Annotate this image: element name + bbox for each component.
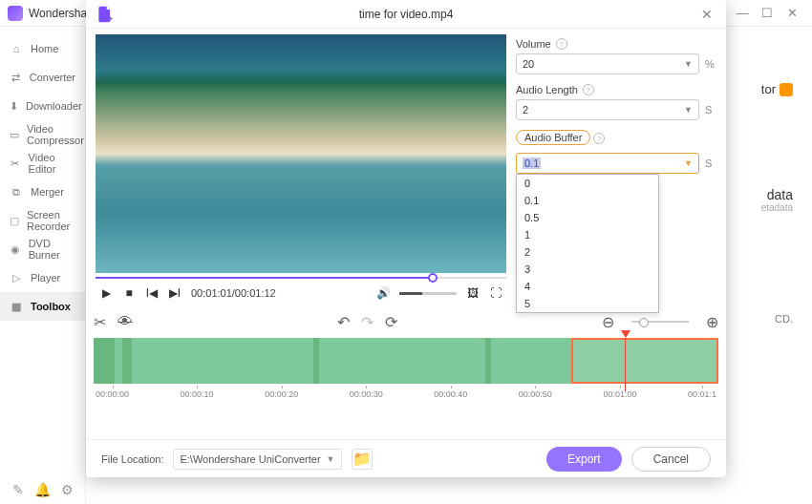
compress-icon: ▭ (10, 128, 19, 141)
volume-icon[interactable]: 🔊 (376, 286, 390, 300)
cut-icon[interactable]: ✂ (94, 313, 106, 331)
chevron-down-icon: ▼ (684, 158, 693, 168)
play-icon: ▷ (10, 271, 23, 284)
sidebar-item-home[interactable]: ⌂Home (0, 34, 85, 63)
background-text-data: dataetadata (761, 187, 793, 213)
modal-title: time for video.mp4 (115, 8, 697, 21)
prev-frame-button[interactable]: I◀ (145, 286, 159, 300)
sidebar-item-converter[interactable]: ⇄Converter (0, 63, 85, 92)
sidebar-item-label: Converter (30, 72, 75, 83)
sidebar-item-merger[interactable]: ⧉Merger (0, 178, 85, 206)
audio-buffer-select[interactable]: 0.1▼ (516, 153, 699, 174)
dropdown-option[interactable]: 1 (517, 226, 658, 243)
timeline-selection[interactable] (571, 338, 718, 384)
audio-length-select[interactable]: 2▼ (516, 99, 699, 120)
app-logo (8, 6, 23, 21)
sidebar-item-screen-recorder[interactable]: ▢Screen Recorder (0, 206, 85, 235)
editor-modal: + time for video.mp4 ✕ ▶ ■ I◀ ▶I 00:01:0… (86, 0, 726, 477)
dropdown-option[interactable]: 2 (517, 243, 658, 261)
sidebar-item-dvd-burner[interactable]: ◉DVD Burner (0, 235, 85, 263)
ruler-tick: 00:00:40 (434, 389, 467, 399)
background-text-cd: CD. (775, 313, 793, 325)
sidebar-item-label: Home (31, 43, 58, 54)
help-icon[interactable]: ? (556, 38, 567, 50)
dropdown-option[interactable]: 4 (517, 278, 658, 295)
sidebar-item-label: Downloader (26, 100, 82, 112)
screen-icon: ▢ (10, 214, 19, 227)
disc-icon: ◉ (10, 242, 21, 256)
zoom-slider[interactable] (631, 321, 689, 323)
stop-button[interactable]: ■ (122, 286, 136, 300)
eye-closed-icon[interactable]: 👁 (118, 313, 133, 330)
ruler-tick: 00:00:20 (265, 389, 298, 399)
video-progress[interactable] (96, 275, 506, 281)
add-file-icon[interactable]: + (96, 5, 115, 24)
volume-slider[interactable] (399, 292, 457, 295)
dropdown-option[interactable]: 0.5 (517, 209, 658, 226)
refresh-icon[interactable]: ⟳ (385, 313, 397, 331)
sidebar-item-label: Player (31, 272, 60, 284)
window-close-button[interactable]: ✕ (780, 4, 804, 23)
help-icon[interactable]: ? (593, 133, 605, 144)
timeline-ruler: 00:00:00 00:00:10 00:00:20 00:00:30 00:0… (94, 389, 718, 399)
ruler-tick: 00:01:1 (688, 389, 716, 399)
chevron-down-icon: ▼ (327, 454, 335, 464)
chevron-down-icon: ▼ (684, 59, 693, 69)
dropdown-option[interactable]: 0.1 (517, 192, 658, 209)
sidebar-item-label: Toolbox (31, 301, 71, 312)
fullscreen-icon[interactable]: ⛶ (489, 286, 502, 300)
window-maximize-button[interactable]: ☐ (755, 4, 780, 23)
toolbox-icon: ▦ (10, 300, 23, 313)
timeline: 00:00:00 00:00:10 00:00:20 00:00:30 00:0… (94, 338, 718, 399)
zoom-in-icon[interactable]: ⊕ (706, 313, 718, 331)
ruler-tick: 00:00:10 (181, 389, 214, 399)
volume-label: Volume (516, 38, 551, 50)
dropdown-option[interactable]: 0 (517, 175, 658, 192)
ruler-tick: 00:01:00 (603, 389, 636, 399)
redo-icon[interactable]: ↷ (361, 313, 374, 331)
ruler-tick: 00:00:30 (350, 389, 383, 399)
help-icon[interactable]: ? (583, 84, 594, 95)
snapshot-icon[interactable]: 🖼 (466, 286, 480, 300)
play-button[interactable]: ▶ (99, 286, 113, 300)
export-button[interactable]: Export (546, 447, 622, 472)
background-text-tor: tor (761, 82, 793, 96)
timeline-playhead[interactable] (621, 330, 630, 391)
ruler-tick: 00:00:00 (96, 389, 129, 399)
window-minimize-button[interactable]: — (730, 4, 755, 23)
time-display: 00:01:01/00:01:12 (191, 287, 276, 299)
volume-unit: % (705, 58, 716, 70)
convert-icon: ⇄ (10, 71, 22, 84)
settings-icon[interactable]: ⚙ (58, 481, 75, 498)
next-frame-button[interactable]: ▶I (168, 286, 182, 300)
sidebar-item-label: Screen Recorder (27, 209, 75, 232)
zoom-out-icon[interactable]: ⊖ (602, 313, 614, 331)
dropdown-option[interactable]: 5 (517, 295, 658, 312)
sidebar-item-toolbox[interactable]: ▦Toolbox (0, 292, 85, 321)
home-icon: ⌂ (10, 42, 23, 55)
cancel-button[interactable]: Cancel (631, 447, 711, 472)
modal-close-button[interactable]: ✕ (697, 7, 716, 22)
open-folder-button[interactable]: 📁 (352, 449, 373, 470)
sidebar-item-player[interactable]: ▷Player (0, 263, 85, 292)
download-icon: ⬇ (10, 99, 18, 113)
undo-icon[interactable]: ↶ (337, 313, 350, 331)
audio-length-label: Audio Length (516, 84, 578, 95)
sidebar-item-video-compressor[interactable]: ▭Video Compressor (0, 120, 85, 149)
playback-controls: ▶ ■ I◀ ▶I 00:01:01/00:01:12 🔊 🖼 ⛶ (96, 281, 506, 305)
dropdown-option[interactable]: 3 (517, 261, 658, 278)
audio-length-unit: S (705, 104, 716, 116)
volume-select[interactable]: 20▼ (516, 53, 699, 74)
chevron-down-icon: ▼ (684, 105, 693, 115)
sidebar-item-video-editor[interactable]: ✂Video Editor (0, 149, 85, 178)
sidebar: ⌂Home ⇄Converter ⬇Downloader ▭Video Comp… (0, 27, 86, 504)
sidebar-item-downloader[interactable]: ⬇Downloader (0, 92, 85, 120)
scissors-icon: ✂ (10, 157, 21, 170)
audio-buffer-unit: S (705, 158, 716, 169)
feedback-icon[interactable]: ✎ (10, 481, 27, 498)
file-location-select[interactable]: E:\Wondershare UniConverter▼ (173, 449, 341, 470)
video-preview[interactable] (96, 34, 506, 273)
sidebar-item-label: DVD Burner (29, 238, 75, 261)
modal-footer: File Location: E:\Wondershare UniConvert… (86, 439, 726, 477)
notification-icon[interactable]: 🔔 (33, 481, 51, 498)
